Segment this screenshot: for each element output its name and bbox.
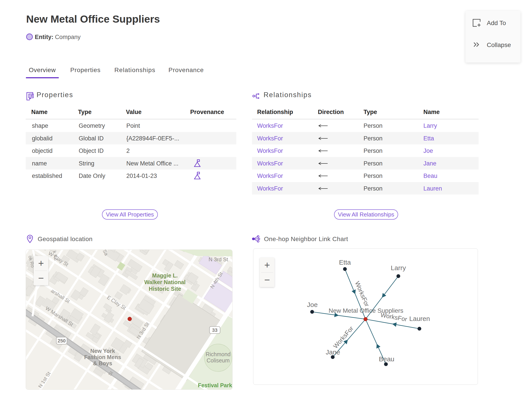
svg-text:33: 33 [212, 327, 218, 333]
svg-text:Lauren: Lauren [409, 315, 430, 322]
svg-text:Historic Site: Historic Site [149, 286, 181, 292]
svg-text:WorksFor: WorksFor [354, 280, 371, 308]
svg-text:Maggie L.: Maggie L. [152, 272, 178, 279]
svg-text:250: 250 [58, 338, 66, 344]
svg-text:WorksFor: WorksFor [332, 325, 355, 350]
svg-text:Fashion Mens: Fashion Mens [84, 354, 121, 360]
svg-text:N 3rd St: N 3rd St [209, 256, 228, 262]
svg-text:Etta: Etta [339, 259, 351, 266]
svg-text:Beau: Beau [379, 355, 394, 363]
svg-text:Jane: Jane [326, 348, 340, 356]
svg-text:New Metal Office Suppliers: New Metal Office Suppliers [328, 307, 403, 314]
svg-text:& Boys: & Boys [93, 360, 112, 366]
svg-text:New York: New York [90, 348, 115, 354]
svg-text:Festival Park: Festival Park [198, 382, 232, 388]
svg-text:Richmond: Richmond [206, 351, 231, 357]
svg-text:Walker National: Walker National [144, 279, 186, 285]
svg-text:Larry: Larry [391, 264, 406, 271]
svg-text:Coliseum: Coliseum [206, 357, 230, 364]
svg-text:Joe: Joe [307, 301, 318, 308]
